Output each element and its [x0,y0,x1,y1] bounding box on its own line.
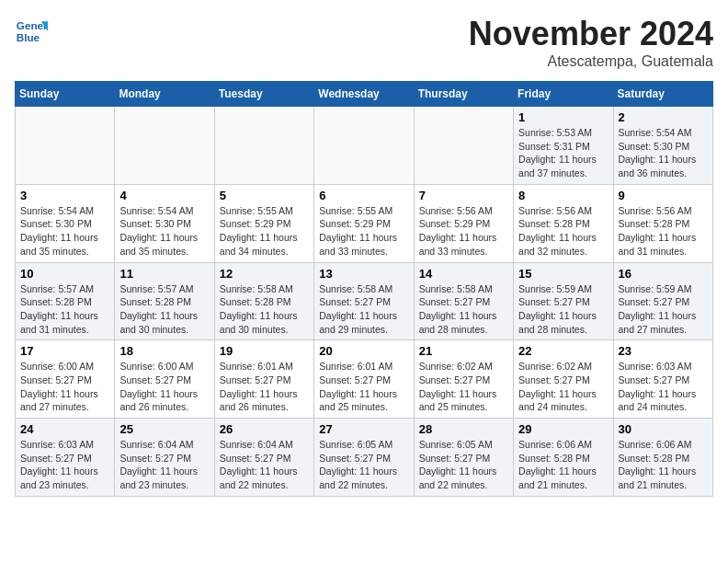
day-number: 9 [619,189,708,202]
day-number: 8 [518,189,608,202]
day-info: Sunrise: 6:04 AMSunset: 5:27 PMDaylight:… [220,438,309,492]
calendar-cell: 13Sunrise: 5:58 AMSunset: 5:27 PMDayligh… [314,262,414,340]
calendar-table: SundayMondayTuesdayWednesdayThursdayFrid… [15,81,713,497]
day-number: 13 [319,267,408,281]
weekday-header: Friday [514,82,613,107]
day-info: Sunrise: 6:00 AMSunset: 5:27 PMDaylight:… [20,360,109,414]
title-block: November 2024 Atescatempa, Guatemala [469,15,713,70]
day-number: 14 [419,267,508,281]
day-info: Sunrise: 6:02 AMSunset: 5:27 PMDaylight:… [419,360,508,414]
day-info: Sunrise: 5:55 AMSunset: 5:29 PMDaylight:… [319,204,408,259]
calendar-cell: 25Sunrise: 6:04 AMSunset: 5:27 PMDayligh… [115,419,214,497]
day-info: Sunrise: 6:01 AMSunset: 5:27 PMDaylight:… [319,360,408,414]
day-info: Sunrise: 5:58 AMSunset: 5:27 PMDaylight:… [319,282,408,337]
month-title: November 2024 [469,15,713,53]
calendar-cell: 8Sunrise: 5:56 AMSunset: 5:28 PMDaylight… [514,184,613,262]
day-number: 22 [518,344,608,358]
calendar-cell: 21Sunrise: 6:02 AMSunset: 5:27 PMDayligh… [414,340,513,419]
day-number: 26 [220,422,309,436]
calendar-cell: 6Sunrise: 5:55 AMSunset: 5:29 PMDaylight… [314,184,414,262]
calendar-cell: 5Sunrise: 5:55 AMSunset: 5:29 PMDaylight… [214,184,313,262]
calendar-cell: 4Sunrise: 5:54 AMSunset: 5:30 PMDaylight… [115,184,214,262]
day-info: Sunrise: 6:05 AMSunset: 5:27 PMDaylight:… [319,438,408,492]
logo-icon: General Blue [15,15,48,48]
day-number: 30 [619,422,708,436]
weekday-header: Sunday [16,82,115,107]
day-info: Sunrise: 5:58 AMSunset: 5:27 PMDaylight:… [419,282,508,337]
day-number: 18 [119,344,209,358]
day-info: Sunrise: 5:56 AMSunset: 5:28 PMDaylight:… [518,204,608,259]
day-info: Sunrise: 5:57 AMSunset: 5:28 PMDaylight:… [20,282,109,337]
svg-text:General: General [17,19,48,31]
day-number: 24 [20,422,109,436]
day-info: Sunrise: 5:54 AMSunset: 5:30 PMDaylight:… [619,126,708,180]
calendar-cell: 23Sunrise: 6:03 AMSunset: 5:27 PMDayligh… [613,340,712,419]
day-info: Sunrise: 6:03 AMSunset: 5:27 PMDaylight:… [20,438,109,492]
calendar-cell: 12Sunrise: 5:58 AMSunset: 5:28 PMDayligh… [214,262,313,340]
day-info: Sunrise: 5:56 AMSunset: 5:29 PMDaylight:… [419,204,508,259]
day-info: Sunrise: 5:54 AMSunset: 5:30 PMDaylight:… [119,204,209,259]
calendar-cell: 3Sunrise: 5:54 AMSunset: 5:30 PMDaylight… [16,184,115,262]
day-info: Sunrise: 6:05 AMSunset: 5:27 PMDaylight:… [419,438,508,492]
calendar-cell: 22Sunrise: 6:02 AMSunset: 5:27 PMDayligh… [514,340,613,419]
calendar-cell: 16Sunrise: 5:59 AMSunset: 5:27 PMDayligh… [613,262,712,340]
calendar-cell: 24Sunrise: 6:03 AMSunset: 5:27 PMDayligh… [16,419,115,497]
day-info: Sunrise: 6:02 AMSunset: 5:27 PMDaylight:… [518,360,608,414]
calendar-cell: 7Sunrise: 5:56 AMSunset: 5:29 PMDaylight… [414,184,513,262]
calendar-cell: 26Sunrise: 6:04 AMSunset: 5:27 PMDayligh… [214,419,313,497]
calendar-cell [214,107,313,185]
day-info: Sunrise: 5:55 AMSunset: 5:29 PMDaylight:… [220,204,309,259]
calendar-cell [16,107,115,185]
day-info: Sunrise: 5:59 AMSunset: 5:27 PMDaylight:… [619,282,708,337]
calendar-cell: 1Sunrise: 5:53 AMSunset: 5:31 PMDaylight… [514,107,613,185]
calendar-cell: 18Sunrise: 6:00 AMSunset: 5:27 PMDayligh… [115,340,214,419]
day-number: 28 [419,422,508,436]
day-info: Sunrise: 6:04 AMSunset: 5:27 PMDaylight:… [119,438,209,492]
day-number: 27 [319,422,408,436]
calendar-cell: 17Sunrise: 6:00 AMSunset: 5:27 PMDayligh… [16,340,115,419]
calendar-cell: 2Sunrise: 5:54 AMSunset: 5:30 PMDaylight… [613,107,712,185]
calendar-week-row: 1Sunrise: 5:53 AMSunset: 5:31 PMDaylight… [16,107,713,185]
day-info: Sunrise: 6:00 AMSunset: 5:27 PMDaylight:… [119,360,209,414]
page-header: General Blue November 2024 Atescatempa, … [15,15,713,70]
day-number: 10 [20,267,109,281]
weekday-header: Saturday [613,82,712,107]
day-number: 21 [419,344,508,358]
calendar-cell: 28Sunrise: 6:05 AMSunset: 5:27 PMDayligh… [414,419,513,497]
day-info: Sunrise: 5:58 AMSunset: 5:28 PMDaylight:… [220,282,309,337]
calendar-week-row: 17Sunrise: 6:00 AMSunset: 5:27 PMDayligh… [16,340,713,419]
day-number: 15 [518,267,608,281]
day-number: 25 [119,422,209,436]
day-number: 7 [419,189,508,202]
calendar-cell: 11Sunrise: 5:57 AMSunset: 5:28 PMDayligh… [115,262,214,340]
calendar-cell: 19Sunrise: 6:01 AMSunset: 5:27 PMDayligh… [214,340,313,419]
day-number: 3 [20,189,109,202]
calendar-cell [115,107,214,185]
weekday-header: Monday [115,82,214,107]
day-info: Sunrise: 6:03 AMSunset: 5:27 PMDaylight:… [619,360,708,414]
calendar-cell: 27Sunrise: 6:05 AMSunset: 5:27 PMDayligh… [314,419,414,497]
weekday-header: Tuesday [214,82,313,107]
day-number: 20 [319,344,408,358]
day-number: 1 [518,110,608,124]
day-number: 11 [119,267,209,281]
calendar-header: SundayMondayTuesdayWednesdayThursdayFrid… [16,82,713,107]
svg-text:Blue: Blue [17,31,40,43]
location: Atescatempa, Guatemala [469,53,713,70]
day-info: Sunrise: 5:53 AMSunset: 5:31 PMDaylight:… [518,126,608,180]
day-info: Sunrise: 5:57 AMSunset: 5:28 PMDaylight:… [119,282,209,337]
day-number: 4 [119,189,209,202]
calendar-cell [414,107,513,185]
calendar-week-row: 3Sunrise: 5:54 AMSunset: 5:30 PMDaylight… [16,184,713,262]
day-number: 12 [220,267,309,281]
calendar-cell: 29Sunrise: 6:06 AMSunset: 5:28 PMDayligh… [514,419,613,497]
day-number: 6 [319,189,408,202]
calendar-cell: 20Sunrise: 6:01 AMSunset: 5:27 PMDayligh… [314,340,414,419]
calendar-week-row: 10Sunrise: 5:57 AMSunset: 5:28 PMDayligh… [16,262,713,340]
calendar-cell [314,107,414,185]
day-info: Sunrise: 6:06 AMSunset: 5:28 PMDaylight:… [619,438,708,492]
logo: General Blue [15,15,48,48]
calendar-cell: 15Sunrise: 5:59 AMSunset: 5:27 PMDayligh… [514,262,613,340]
calendar-week-row: 24Sunrise: 6:03 AMSunset: 5:27 PMDayligh… [16,419,713,497]
day-number: 19 [220,344,309,358]
